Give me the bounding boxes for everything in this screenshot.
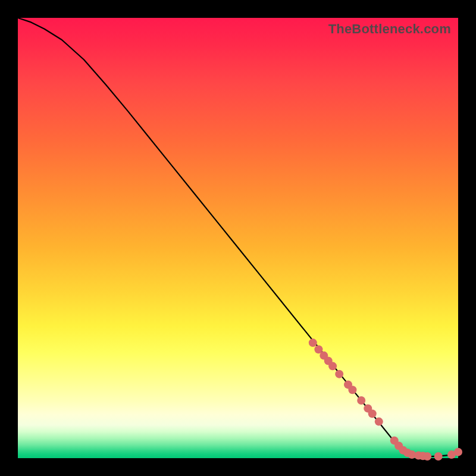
data-marker <box>328 362 337 370</box>
data-marker <box>348 386 356 394</box>
bottleneck-curve <box>18 18 458 456</box>
chart-frame: TheBottleneck.com <box>0 0 476 476</box>
data-marker <box>357 396 365 405</box>
chart-overlay <box>18 18 458 458</box>
data-marker <box>309 339 317 347</box>
data-marker <box>368 409 377 418</box>
data-marker <box>434 452 443 461</box>
data-marker <box>375 418 383 426</box>
data-marker <box>454 448 462 456</box>
marker-group <box>309 339 462 461</box>
data-marker <box>335 370 343 378</box>
data-marker <box>423 452 431 461</box>
plot-area: TheBottleneck.com <box>18 18 458 458</box>
